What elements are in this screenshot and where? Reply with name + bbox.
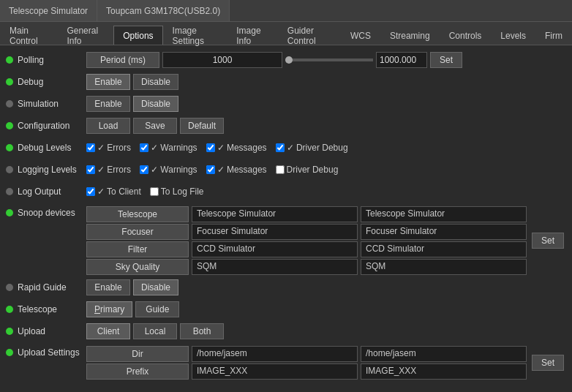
tab-image-settings[interactable]: Image Settings — [163, 26, 227, 45]
polling-controls: Period (ms) Set — [86, 52, 566, 68]
upload-dir-button[interactable]: Dir — [86, 346, 189, 362]
telescope-controls: Primary Guide — [86, 301, 566, 317]
simulation-row: Simulation Enable Disable — [3, 94, 569, 114]
tab-image-info[interactable]: Image Info — [227, 26, 278, 45]
debug-levels-errors[interactable]: ✓ Errors — [86, 143, 131, 153]
tab-firm-label: Firm — [545, 31, 562, 41]
telescope-primary-button[interactable]: Primary — [86, 301, 132, 317]
tab-general-info-label: General Info — [67, 26, 104, 46]
logging-levels-driver-debug-checkbox[interactable] — [276, 165, 285, 174]
upload-dir-val2: /home/jasem — [361, 346, 527, 362]
tab-streaming[interactable]: Streaming — [380, 26, 440, 45]
logging-levels-indicator — [6, 166, 13, 173]
upload-dir-row: Dir /home/jasem /home/jasem — [86, 346, 527, 362]
debug-levels-messages[interactable]: ✓ Messages — [206, 143, 267, 153]
configuration-label-group: Configuration — [6, 121, 86, 131]
logging-levels-row: Logging Levels ✓ Errors ✓ Warnings ✓ Mes… — [3, 159, 569, 180]
tab-wcs-label: WCS — [350, 31, 371, 41]
logging-levels-driver-debug[interactable]: Driver Debug — [276, 165, 339, 175]
simulation-label-group: Simulation — [6, 99, 86, 109]
load-button[interactable]: Load — [86, 118, 130, 134]
snoop-filter-val1: CCD Simulator — [192, 241, 358, 257]
snoop-set-button[interactable]: Set — [532, 233, 564, 249]
polling-slider-track[interactable] — [285, 59, 373, 61]
telescope-row: Telescope Primary Guide — [3, 299, 569, 320]
period-button[interactable]: Period (ms) — [86, 52, 159, 68]
logging-levels-warnings-checkbox[interactable] — [140, 165, 148, 174]
debug-levels-warnings[interactable]: ✓ Warnings — [140, 143, 197, 153]
log-output-to-client-checkbox[interactable] — [86, 187, 95, 196]
upload-settings-label-group: Upload Settings — [6, 346, 86, 358]
snoop-focuser-val1: Focuser Simulator — [192, 224, 358, 240]
snoop-row-filter: Filter CCD Simulator CCD Simulator — [86, 241, 527, 257]
upload-prefix-val2: IMAGE_XXX — [361, 363, 527, 380]
rapid-guide-label: Rapid Guide — [18, 282, 67, 293]
logging-levels-messages-checkbox[interactable] — [206, 165, 215, 174]
debug-controls: Enable Disable — [86, 74, 566, 90]
tab-wcs[interactable]: WCS — [341, 26, 380, 45]
logging-levels-label-group: Logging Levels — [6, 165, 86, 175]
debug-levels-driver-debug-checkbox[interactable] — [276, 143, 285, 152]
debug-levels-checkboxes: ✓ Errors ✓ Warnings ✓ Messages ✓ Driver … — [86, 143, 348, 153]
debug-levels-label-group: Debug Levels — [6, 143, 86, 153]
logging-levels-messages[interactable]: ✓ Messages — [206, 165, 267, 175]
rapid-guide-row: Rapid Guide Enable Disable — [3, 277, 569, 298]
polling-label-group: Polling — [6, 55, 86, 65]
tab-controls[interactable]: Controls — [440, 26, 492, 45]
tab-general-info[interactable]: General Info — [57, 26, 113, 45]
debug-levels-messages-checkbox[interactable] — [206, 143, 215, 152]
rapid-guide-enable-button[interactable]: Enable — [86, 279, 130, 295]
content-area: Polling Period (ms) Set Debug Enable Dis… — [0, 45, 572, 392]
debug-levels-indicator — [6, 144, 13, 151]
log-output-to-client[interactable]: ✓ To Client — [86, 186, 141, 197]
logging-levels-errors[interactable]: ✓ Errors — [86, 165, 131, 175]
save-button[interactable]: Save — [133, 118, 177, 134]
upload-settings-set-button[interactable]: Set — [532, 355, 564, 371]
tab-guider-control[interactable]: Guider Control — [278, 26, 341, 45]
rapid-guide-label-group: Rapid Guide — [6, 282, 86, 293]
polling-set-button[interactable]: Set — [430, 52, 462, 68]
tab-options[interactable]: Options — [113, 26, 162, 45]
title-tab-telescope[interactable]: Telescope Simulator — [0, 0, 97, 21]
tab-levels[interactable]: Levels — [491, 26, 535, 45]
upload-prefix-button[interactable]: Prefix — [86, 363, 189, 380]
upload-settings-controls: Dir /home/jasem /home/jasem Prefix IMAGE… — [86, 346, 566, 380]
debug-levels-errors-checkbox[interactable] — [86, 143, 95, 152]
log-output-to-log-file[interactable]: To Log File — [150, 186, 204, 197]
logging-levels-warnings[interactable]: ✓ Warnings — [140, 165, 197, 175]
debug-enable-button[interactable]: Enable — [86, 74, 130, 90]
snoop-sky-quality-button[interactable]: Sky Quality — [86, 259, 189, 275]
tab-image-info-label: Image Info — [236, 26, 268, 46]
telescope-guide-button[interactable]: Guide — [135, 301, 179, 317]
polling-slider-thumb[interactable] — [285, 56, 293, 64]
debug-levels-controls: ✓ Errors ✓ Warnings ✓ Messages ✓ Driver … — [86, 143, 566, 153]
simulation-enable-button[interactable]: Enable — [86, 96, 130, 112]
debug-label: Debug — [18, 77, 43, 87]
default-button[interactable]: Default — [180, 118, 224, 134]
log-output-checkboxes: ✓ To Client To Log File — [86, 186, 204, 197]
upload-local-button[interactable]: Local — [133, 323, 177, 339]
debug-levels-driver-debug[interactable]: ✓ Driver Debug — [276, 143, 348, 153]
period-value-input[interactable] — [162, 52, 282, 68]
logging-levels-errors-checkbox[interactable] — [86, 165, 95, 174]
snoop-filter-button[interactable]: Filter — [86, 241, 189, 257]
polling-spin-input[interactable] — [376, 52, 427, 68]
tab-main-control[interactable]: Main Control — [0, 26, 57, 45]
upload-indicator — [6, 328, 13, 335]
snoop-telescope-button[interactable]: Telescope — [86, 206, 189, 222]
snoop-focuser-button[interactable]: Focuser — [86, 224, 189, 240]
log-output-to-log-file-checkbox[interactable] — [150, 187, 159, 196]
debug-disable-button[interactable]: Disable — [133, 74, 178, 90]
upload-both-button[interactable]: Both — [180, 323, 224, 339]
rapid-guide-disable-button[interactable]: Disable — [133, 279, 178, 295]
debug-levels-warnings-checkbox[interactable] — [140, 143, 148, 152]
simulation-disable-button[interactable]: Disable — [133, 96, 178, 112]
snoop-sky-quality-val2: SQM — [361, 259, 527, 275]
title-tab-toupcam[interactable]: Toupcam G3M178C(USB2.0) — [97, 0, 230, 21]
upload-settings-set-area: Set — [530, 346, 566, 380]
configuration-indicator — [6, 122, 13, 129]
log-output-indicator — [6, 188, 13, 195]
snoop-devices-controls: Telescope Telescope Simulator Telescope … — [86, 206, 566, 275]
tab-firm[interactable]: Firm — [535, 26, 572, 45]
upload-client-button[interactable]: Client — [86, 323, 130, 339]
